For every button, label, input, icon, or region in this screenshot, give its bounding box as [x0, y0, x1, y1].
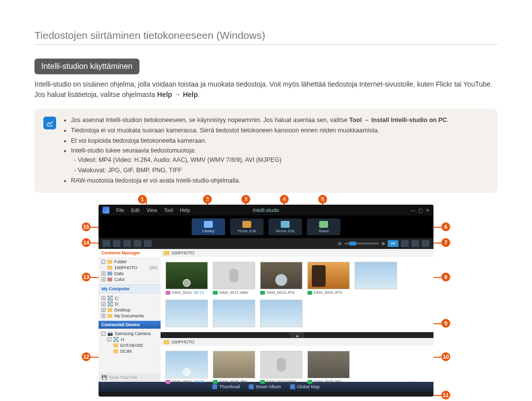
thumbnail[interactable]: SAM_0012.JPG: [260, 262, 302, 295]
pane-divider[interactable]: ▴: [161, 332, 433, 338]
thumbnail[interactable]: SAM_0026.JPG: [307, 262, 350, 295]
page-title: Tiedostojen siirtäminen tietokoneeseen (…: [34, 30, 498, 45]
toolbar-icon[interactable]: [123, 240, 131, 247]
tree-dcim[interactable]: DCIM: [113, 348, 158, 354]
mode-photo-edit[interactable]: Photo Edit: [230, 218, 264, 235]
callout-10: 10: [441, 352, 450, 361]
thumbnail-grid-bottom: SAM_0004.00:08 SAM_0005.JPG SAM_0024.WAV…: [161, 346, 433, 389]
menu-view[interactable]: View: [146, 208, 157, 213]
app-brand-label: Intelli-studio: [253, 208, 279, 213]
thumbnail-grid-top: SAM_0010.00:11 SAM_0011.WAV SAM_0012.JPG…: [161, 257, 433, 332]
save-file-button[interactable]: 💾Save Your File: [99, 373, 161, 382]
mode-bar: Library Photo Edit Movie Edit Share: [99, 216, 433, 238]
window-close-icon[interactable]: ✕: [426, 208, 430, 213]
thumbnail[interactable]: SAM_0010.00:11: [166, 262, 208, 295]
tree-drive-c[interactable]: +💽C:: [101, 295, 158, 301]
toolbar-icon[interactable]: [401, 240, 409, 247]
toolbar-icon[interactable]: [422, 240, 430, 247]
thumbnail[interactable]: SAM_0004.00:08: [166, 351, 208, 384]
collapse-up-icon[interactable]: ▴: [290, 332, 304, 338]
help-menu-ref-2: Help: [183, 91, 198, 98]
menu-tool[interactable]: Tool: [164, 208, 173, 213]
window-maximize-icon[interactable]: ▢: [418, 208, 423, 213]
tree-desktop[interactable]: +Desktop: [101, 307, 158, 313]
section-heading-chip: Intelli-studion käyttäminen: [34, 59, 139, 74]
tree-database[interactable]: DATABASE: [113, 342, 158, 348]
toolbar-icon[interactable]: [144, 240, 152, 247]
thumbnail[interactable]: SAM_0005.JPG: [213, 351, 255, 384]
tree-mydocs[interactable]: +My Documents: [101, 313, 158, 319]
content-area: 100PHOTO SAM_0010.00:11 SAM_0011.WAV SAM…: [161, 249, 433, 382]
callout-11: 11: [441, 391, 450, 400]
path-bar-bottom: 100PHOTO: [161, 338, 433, 346]
help-menu-ref-1: Help: [157, 91, 172, 98]
app-screenshot-diagram: 1 2 3 4 5 6 7 8 9 10 11 12 13 14 15: [99, 205, 433, 397]
thumbnail[interactable]: [166, 300, 208, 327]
view-thumbnail[interactable]: Thumbnail: [212, 384, 240, 389]
filter-all-button[interactable]: All: [388, 240, 399, 247]
tree-date[interactable]: +Date: [101, 271, 158, 277]
tree-drive-h[interactable]: -💽H:: [107, 337, 158, 342]
callout-9: 9: [441, 319, 450, 328]
tree-color[interactable]: +Color: [101, 277, 158, 282]
thumbnail[interactable]: SAM_0024.WAV: [260, 351, 302, 384]
menu-bar: File Edit View Tool Help Intelli-studio …: [99, 205, 433, 216]
mode-share[interactable]: Share: [307, 218, 340, 235]
menu-edit[interactable]: Edit: [131, 208, 139, 213]
thumbnail[interactable]: SAM_0026.JPG: [307, 351, 350, 384]
callout-8: 8: [441, 273, 450, 281]
toolbar-icon[interactable]: [133, 240, 141, 247]
path-bar-top: 100PHOTO: [161, 249, 433, 257]
connected-device-header: Connected Device: [99, 321, 161, 329]
tree-camera[interactable]: -📷Samsung Camera: [101, 331, 158, 337]
thumbnail[interactable]: [260, 300, 302, 327]
my-computer-header: My Computer: [99, 284, 161, 293]
thumbnail[interactable]: [213, 300, 255, 327]
menu-help[interactable]: Help: [180, 208, 190, 213]
zoom-slider[interactable]: [344, 243, 379, 245]
toolbar-icon[interactable]: [113, 240, 121, 247]
thumbnail[interactable]: [355, 262, 397, 295]
tree-100photo[interactable]: 100PHOTO(91): [107, 265, 158, 271]
note-box: Jos asennat Intelli-studion tietokoneese…: [34, 109, 498, 193]
callout-6: 6: [441, 222, 450, 231]
view-global-map[interactable]: Global Map: [290, 384, 320, 389]
toolbar-icon[interactable]: [411, 240, 419, 247]
tree-drive-d[interactable]: +💽D:: [101, 301, 158, 307]
window-minimize-icon[interactable]: —: [410, 208, 415, 213]
mode-movie-edit[interactable]: Movie Edit: [268, 218, 302, 235]
callout-7: 7: [441, 238, 450, 247]
thumbnail[interactable]: SAM_0011.WAV: [213, 262, 255, 295]
contents-manager-header: Contents Manager: [99, 249, 161, 257]
intelli-studio-window: File Edit View Tool Help Intelli-studio …: [99, 205, 433, 397]
mode-library[interactable]: Library: [192, 218, 225, 235]
toolbar-icon[interactable]: [102, 240, 110, 247]
app-logo-icon: [102, 207, 109, 214]
toolbar: ⊖ ⊕ All: [99, 238, 433, 249]
sidebar: Contents Manager -Folder 100PHOTO(91) +D…: [99, 249, 161, 382]
view-smart-album[interactable]: Smart Album: [249, 384, 281, 389]
note-icon: [43, 117, 56, 129]
note-list: Jos asennat Intelli-studion tietokoneese…: [62, 116, 449, 186]
intro-text: Intelli-studio on sisäinen ohjelma, joll…: [34, 80, 492, 98]
intro-paragraph: Intelli-studio on sisäinen ohjelma, joll…: [34, 79, 498, 100]
tree-folder[interactable]: -Folder: [101, 259, 158, 265]
menu-file[interactable]: File: [116, 208, 124, 213]
